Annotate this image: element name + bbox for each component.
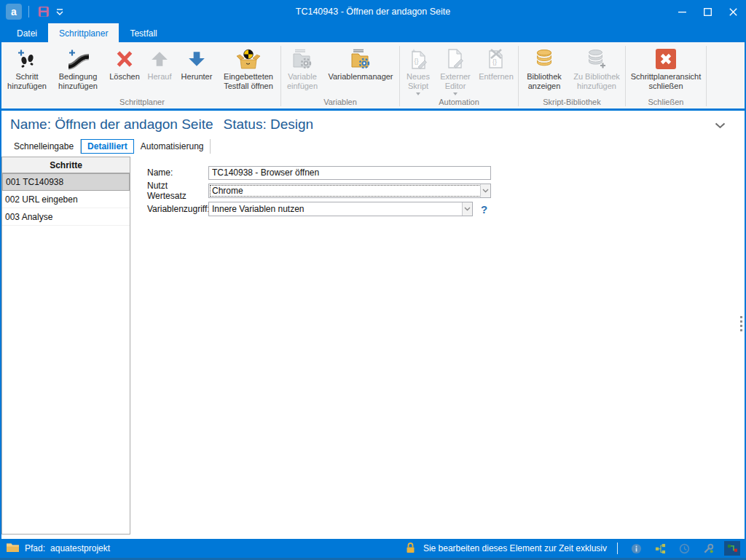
ribbon: Schritt hinzufügen Bedingung hinzufügen [1, 42, 745, 111]
step-list-item[interactable]: 003 Analyse [2, 208, 130, 226]
move-down-button[interactable]: Herunter [176, 44, 217, 97]
delete-x-icon [115, 46, 134, 72]
doc-name-text: Name: Öffnen der andagon Seite [10, 117, 213, 133]
script-edit-icon [446, 46, 465, 72]
tab-detailliert[interactable]: Detailliert [81, 139, 134, 154]
tools-icon[interactable] [700, 541, 716, 556]
document-header: Name: Öffnen der andagon Seite Status: D… [1, 111, 745, 138]
group-label-automation: Automation [401, 98, 517, 109]
folder-gear-icon [350, 46, 372, 72]
show-library-button[interactable]: Bibliothek anzeigen [519, 44, 569, 97]
ribbon-tab-bar: Datei Schrittplaner Testfall [0, 23, 746, 42]
arrow-down-icon [187, 46, 206, 72]
variable-access-label: Variablenzugriff: [147, 204, 208, 214]
minimize-icon[interactable] [670, 0, 695, 23]
move-up-button[interactable]: Herauf [143, 44, 176, 97]
remove-script-button[interactable]: {} Entfernen [475, 44, 517, 97]
add-to-library-button[interactable]: Zu Bibliothek hinzufügen [569, 44, 624, 97]
hierarchy-icon[interactable] [652, 541, 668, 556]
ribbon-group-separator [706, 46, 707, 106]
value-set-label: Nutzt Wertesatz [147, 181, 208, 201]
tab-automatisierung[interactable]: Automatisierung [134, 139, 211, 154]
ribbon-group-separator [280, 46, 281, 106]
doc-status-text: Status: Design [224, 117, 314, 133]
main-area: Schritte 001 TC140938 002 URL eingeben 0… [1, 155, 745, 537]
steps-panel: Schritte 001 TC140938 002 URL eingeben 0… [1, 157, 130, 535]
detail-tab-bar: Schnelleingabe Detailliert Automatisieru… [1, 138, 745, 155]
add-step-button[interactable]: Schritt hinzufügen [4, 44, 50, 97]
save-floppy-icon[interactable] [36, 4, 52, 20]
group-label-schliessen: Schließen [627, 98, 705, 109]
ribbon-group-separator [625, 46, 626, 106]
name-field-label: Name: [147, 167, 208, 178]
ribbon-group-separator [518, 46, 519, 106]
svg-text:{}: {} [415, 58, 419, 65]
close-red-icon [655, 46, 677, 72]
tab-schnelleingabe[interactable]: Schnelleingabe [7, 139, 81, 154]
embedded-testcase-box-icon [236, 46, 261, 72]
variable-access-selected-value: Innere Variablen nutzen [212, 204, 305, 214]
ribbon-group-variablen: Variable einfügen Variabl [282, 42, 398, 109]
window-body: Schritt hinzufügen Bedingung hinzufügen [1, 42, 745, 539]
maximize-icon[interactable] [695, 0, 721, 23]
combo-chevron-icon[interactable] [462, 202, 472, 216]
database-add-icon [586, 46, 607, 72]
combo-chevron-icon[interactable] [480, 184, 490, 197]
folder-icon [6, 542, 20, 555]
svg-text:{}: {} [492, 58, 497, 66]
help-question-icon[interactable]: ? [481, 203, 487, 216]
footprints-add-icon [16, 46, 38, 72]
ribbon-group-schrittplaner: Schritt hinzufügen Bedingung hinzufügen [4, 42, 280, 109]
aqua-app-icon[interactable]: a [6, 4, 22, 20]
script-remove-icon: {} [487, 46, 506, 72]
value-set-combobox[interactable]: Chrome [208, 184, 491, 198]
titlebar: a TC140943 - Öffnen der andagon Seite [0, 0, 746, 23]
window-title: TC140943 - Öffnen der andagon Seite [0, 7, 746, 17]
insert-variable-button[interactable]: Variable einfügen [282, 44, 323, 97]
variable-manager-button[interactable]: Variablenmanager [323, 44, 398, 97]
lock-icon [406, 542, 415, 556]
group-label-skript-bibliothek: Skript-Bibliothek [519, 98, 624, 109]
info-icon[interactable] [628, 541, 644, 556]
qat-dropdown-icon[interactable] [52, 4, 68, 20]
chevron-down-icon[interactable] [715, 117, 726, 133]
ribbon-group-separator [399, 46, 400, 106]
ribbon-tab-testfall[interactable]: Testfall [119, 23, 168, 42]
lock-message: Sie bearbeiten dieses Element zur Zeit e… [423, 543, 607, 553]
new-script-button[interactable]: {} Neues Skript [401, 44, 436, 97]
titlebar-separator [28, 6, 29, 17]
open-embedded-testcase-button[interactable]: Eingebetteten Testfall öffnen [217, 44, 280, 97]
close-icon[interactable] [721, 0, 746, 23]
step-detail-form: Name: Nutzt Wertesatz Chrome Variablenzu… [147, 165, 491, 220]
database-icon [534, 46, 554, 72]
workflow-icon[interactable] [724, 541, 740, 556]
ribbon-group-automation: {} Neues Skript [401, 42, 517, 109]
ribbon-group-schliessen: Schrittplaneransicht schließen Schließen [627, 42, 705, 109]
group-label-variablen: Variablen [282, 98, 398, 109]
path-value: aquatestprojekt [50, 543, 110, 553]
add-condition-button[interactable]: Bedingung hinzufügen [50, 44, 106, 97]
ribbon-group-skript-bibliothek: Bibliothek anzeigen [519, 42, 624, 109]
value-set-selected-value: Chrome [212, 186, 243, 196]
group-label-schrittplaner: Schrittplaner [4, 98, 280, 109]
folder-gear-icon [291, 46, 313, 72]
dropdown-arrow-icon [453, 92, 458, 95]
history-icon[interactable] [676, 541, 692, 556]
delete-button[interactable]: Löschen [106, 44, 143, 97]
app-window: a TC140943 - Öffnen der andagon Seite [0, 0, 746, 560]
statusbar-separator [617, 543, 618, 554]
path-label: Pfad: [25, 543, 45, 553]
arrow-up-icon [150, 46, 169, 72]
ribbon-tab-schrittplaner[interactable]: Schrittplaner [48, 23, 119, 42]
steps-panel-header: Schritte [2, 157, 130, 173]
ribbon-tab-datei[interactable]: Datei [6, 23, 48, 42]
drag-handle[interactable] [740, 316, 742, 331]
statusbar: Pfad: aquatestprojekt Sie bearbeiten die… [0, 539, 746, 558]
step-list-item[interactable]: 001 TC140938 [2, 173, 130, 191]
variable-access-combobox[interactable]: Innere Variablen nutzen [208, 202, 473, 216]
close-stepplanner-view-button[interactable]: Schrittplaneransicht schließen [627, 44, 705, 97]
step-name-input[interactable] [208, 166, 491, 180]
step-list-item[interactable]: 002 URL eingeben [2, 191, 130, 208]
external-editor-button[interactable]: Externer Editor [436, 44, 475, 97]
condition-add-icon [66, 46, 90, 72]
